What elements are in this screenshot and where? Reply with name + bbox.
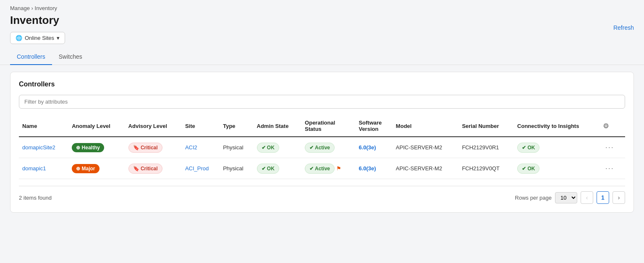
- prev-page-button[interactable]: ‹: [581, 191, 593, 204]
- breadcrumb: Manage › Inventory: [10, 5, 634, 11]
- cell-name: domapicSite2: [19, 137, 68, 158]
- col-type: Type: [220, 115, 253, 137]
- version-text: 6.0(3e): [359, 165, 376, 172]
- operational-status-badge: ✔ Active: [305, 143, 335, 153]
- cell-serial-number: FCH2129V0R1: [458, 137, 514, 158]
- col-admin-state: Admin State: [254, 115, 302, 137]
- cell-actions: ···: [599, 158, 625, 179]
- row-more-button[interactable]: ···: [603, 163, 617, 174]
- anomaly-level-badge: ⊕ Major: [72, 164, 99, 173]
- main-content: Controllers Name Anomaly Level Advisory …: [10, 72, 634, 213]
- items-found: 2 items found: [19, 195, 52, 201]
- controller-name-link[interactable]: domapicSite2: [22, 144, 55, 151]
- col-site: Site: [182, 115, 220, 137]
- cell-connectivity: ✔ OK: [514, 137, 599, 158]
- cell-advisory-level: 🔖 Critical: [125, 158, 182, 179]
- page-1-button[interactable]: 1: [597, 191, 609, 204]
- rows-per-page: Rows per page 10 25 50: [515, 192, 577, 203]
- connectivity-badge: ✔ OK: [517, 164, 539, 174]
- table-row: domapicSite2 ⊕ Healthy 🔖 Critical ACI2 P…: [19, 137, 625, 158]
- pagination: Rows per page 10 25 50 ‹ 1 ›: [515, 191, 625, 204]
- cell-admin-state: ✔ OK: [254, 137, 302, 158]
- rows-per-page-label: Rows per page: [515, 195, 552, 201]
- admin-state-badge: ✔ OK: [257, 164, 279, 174]
- cell-operational-status: ✔ Active⚑: [301, 158, 355, 179]
- cell-name: domapic1: [19, 158, 68, 179]
- cell-software-version: 6.0(3e): [355, 158, 392, 179]
- operational-status-badge: ✔ Active: [305, 164, 335, 174]
- next-page-button[interactable]: ›: [613, 191, 625, 204]
- breadcrumb-inventory: Inventory: [35, 5, 57, 11]
- chevron-down-icon: ▾: [57, 35, 60, 41]
- cell-admin-state: ✔ OK: [254, 158, 302, 179]
- cell-advisory-level: 🔖 Critical: [125, 137, 182, 158]
- cell-actions: ···: [599, 137, 625, 158]
- row-more-button[interactable]: ···: [603, 142, 617, 153]
- col-serial-number: Serial Number: [458, 115, 514, 137]
- cell-type: Physical: [220, 137, 253, 158]
- col-settings: ⚙: [599, 115, 625, 137]
- col-software-version: SoftwareVersion: [355, 115, 392, 137]
- advisory-level-badge: 🔖 Critical: [128, 143, 162, 153]
- cell-anomaly-level: ⊕ Healthy: [68, 137, 125, 158]
- online-sites-label: Online Sites: [25, 35, 54, 41]
- col-advisory-level: Advisory Level: [125, 115, 182, 137]
- col-operational-status: OperationalStatus: [301, 115, 355, 137]
- cell-model: APIC-SERVER-M2: [393, 158, 459, 179]
- connectivity-badge: ✔ OK: [517, 143, 539, 153]
- flag-icon: ⚑: [336, 165, 341, 172]
- page-title: Inventory: [10, 14, 634, 27]
- cell-software-version: 6.0(3e): [355, 137, 392, 158]
- cell-type: Physical: [220, 158, 253, 179]
- col-connectivity: Connectivity to Insights: [514, 115, 599, 137]
- site-link[interactable]: ACI_Prod: [185, 165, 209, 172]
- globe-icon: 🌐: [16, 35, 22, 41]
- filter-input[interactable]: [19, 95, 625, 109]
- version-text: 6.0(3e): [359, 144, 376, 151]
- gear-icon[interactable]: ⚙: [603, 122, 609, 130]
- tabs-container: Controllers Switches: [0, 49, 644, 65]
- col-name: Name: [19, 115, 68, 137]
- cell-serial-number: FCH2129V0QT: [458, 158, 514, 179]
- tab-controllers[interactable]: Controllers: [10, 49, 52, 65]
- breadcrumb-sep: ›: [31, 5, 33, 11]
- table-row: domapic1 ⊕ Major 🔖 Critical ACI_Prod Phy…: [19, 158, 625, 179]
- tab-switches[interactable]: Switches: [52, 49, 89, 65]
- advisory-level-badge: 🔖 Critical: [128, 164, 162, 174]
- cell-site: ACI_Prod: [182, 158, 220, 179]
- admin-state-badge: ✔ OK: [257, 143, 279, 153]
- refresh-button[interactable]: Refresh: [613, 24, 634, 31]
- table-footer: 2 items found Rows per page 10 25 50 ‹ 1…: [19, 186, 625, 204]
- cell-model: APIC-SERVER-M2: [393, 137, 459, 158]
- site-link[interactable]: ACI2: [185, 144, 197, 151]
- breadcrumb-manage[interactable]: Manage: [10, 5, 30, 11]
- controllers-table: Name Anomaly Level Advisory Level Site T…: [19, 115, 625, 179]
- cell-site: ACI2: [182, 137, 220, 158]
- controller-name-link[interactable]: domapic1: [22, 165, 46, 172]
- table-header-row: Name Anomaly Level Advisory Level Site T…: [19, 115, 625, 137]
- cell-operational-status: ✔ Active: [301, 137, 355, 158]
- rows-per-page-select[interactable]: 10 25 50: [555, 192, 577, 203]
- online-sites-dropdown[interactable]: 🌐 Online Sites ▾: [10, 32, 65, 44]
- col-model: Model: [393, 115, 459, 137]
- cell-anomaly-level: ⊕ Major: [68, 158, 125, 179]
- anomaly-level-badge: ⊕ Healthy: [72, 143, 104, 152]
- section-title: Controllers: [19, 81, 625, 88]
- cell-connectivity: ✔ OK: [514, 158, 599, 179]
- col-anomaly-level: Anomaly Level: [68, 115, 125, 137]
